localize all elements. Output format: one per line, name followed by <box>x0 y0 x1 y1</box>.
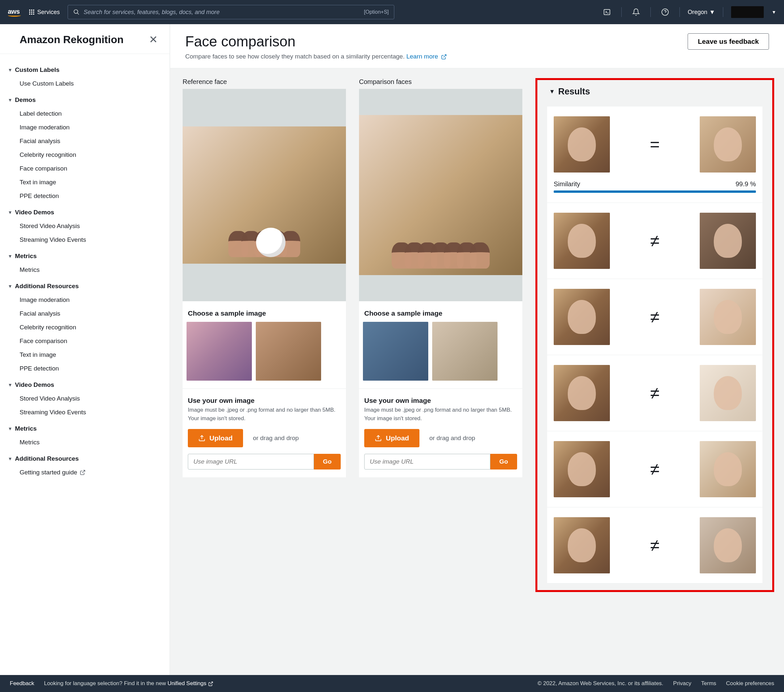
caret-down-icon: ▼ <box>8 210 12 215</box>
go-button[interactable]: Go <box>314 454 341 470</box>
image-url-input[interactable] <box>188 454 314 470</box>
sidebar-item-metrics[interactable]: Metrics <box>0 263 170 277</box>
comparison-faces-column: Comparison faces Choose a sample image U… <box>359 78 522 477</box>
not-equals-icon: ≠ <box>650 383 660 403</box>
search-icon <box>73 9 80 15</box>
upload-icon <box>375 435 382 442</box>
footer-terms-link[interactable]: Terms <box>701 680 716 687</box>
result-row: ≠ <box>547 203 763 279</box>
reference-image <box>183 127 346 264</box>
footer-privacy-link[interactable]: Privacy <box>673 680 692 687</box>
result-reference-thumb <box>554 365 610 421</box>
sidebar-section-additional-resources[interactable]: ▼Additional Resources <box>0 277 170 293</box>
search-shortcut: [Option+S] <box>364 9 389 15</box>
learn-more-link[interactable]: Learn more <box>406 53 447 60</box>
upload-button[interactable]: Upload <box>188 429 243 447</box>
sidebar-item-ppe-detection[interactable]: PPE detection <box>0 189 170 203</box>
result-row: ≠ <box>547 279 763 355</box>
sample-thumb[interactable] <box>256 322 321 381</box>
comparison-image-frame <box>359 89 522 301</box>
sidebar-item-use-custom-labels[interactable]: Use Custom Labels <box>0 77 170 91</box>
result-reference-thumb <box>554 517 610 573</box>
svg-point-0 <box>74 10 78 14</box>
main-content: Face comparison Compare faces to see how… <box>170 24 784 675</box>
similarity-label: Similarity <box>554 180 580 188</box>
caret-down-icon: ▼ <box>8 254 12 259</box>
sidebar-item-celebrity-recognition[interactable]: Celebrity recognition <box>0 321 170 334</box>
sidebar-item-ppe-detection[interactable]: PPE detection <box>0 362 170 376</box>
region-selector[interactable]: Oregon ▼ <box>688 9 715 16</box>
cloudshell-icon[interactable] <box>600 5 613 19</box>
close-icon[interactable]: ✕ <box>149 33 158 46</box>
result-reference-thumb <box>554 441 610 497</box>
result-comparison-thumb <box>700 213 756 269</box>
not-equals-icon: ≠ <box>650 231 660 250</box>
footer-cookie-link[interactable]: Cookie preferences <box>726 680 774 687</box>
search-input[interactable] <box>84 9 360 16</box>
svg-line-1 <box>77 13 79 15</box>
sidebar-title: Amazon Rekognition <box>20 34 124 46</box>
aws-logo[interactable]: aws <box>8 8 21 16</box>
results-header[interactable]: ▼ Results <box>547 87 763 97</box>
sidebar-item-celebrity-recognition[interactable]: Celebrity recognition <box>0 148 170 162</box>
reference-face-column: Reference face Choose a sample image Us <box>183 78 346 477</box>
footer: Feedback Looking for language selection?… <box>0 675 784 692</box>
sidebar-item-facial-analysis[interactable]: Facial analysis <box>0 134 170 148</box>
sample-thumb[interactable] <box>186 322 252 381</box>
result-reference-thumb <box>554 213 610 269</box>
caret-down-icon: ▼ <box>8 67 12 72</box>
result-comparison-thumb <box>700 365 756 421</box>
sidebar-item-text-in-image[interactable]: Text in image <box>0 175 170 189</box>
unified-settings-link[interactable]: Unified Settings <box>168 680 213 687</box>
sidebar-section-metrics[interactable]: ▼Metrics <box>0 419 170 435</box>
own-image-note: Image must be .jpeg or .png format and n… <box>364 406 517 422</box>
sidebar-item-stored-video-analysis[interactable]: Stored Video Analysis <box>0 392 170 405</box>
footer-feedback-link[interactable]: Feedback <box>10 680 34 687</box>
sidebar-section-metrics[interactable]: ▼Metrics <box>0 247 170 263</box>
not-equals-icon: ≠ <box>650 307 660 327</box>
chevron-down-icon: ▼ <box>772 10 776 15</box>
caret-down-icon: ▼ <box>8 456 12 461</box>
caret-down-icon: ▼ <box>8 283 12 289</box>
caret-down-icon: ▼ <box>8 97 12 102</box>
upload-button[interactable]: Upload <box>364 429 420 447</box>
help-icon[interactable] <box>659 5 672 19</box>
account-menu[interactable] <box>731 6 764 18</box>
choose-sample-label: Choose a sample image <box>363 310 519 317</box>
notifications-icon[interactable] <box>629 5 642 19</box>
result-reference-thumb <box>554 116 610 173</box>
sidebar-item-streaming-video-events[interactable]: Streaming Video Events <box>0 405 170 419</box>
sidebar-section-custom-labels[interactable]: ▼Custom Labels <box>0 61 170 77</box>
sidebar-item-metrics[interactable]: Metrics <box>0 435 170 449</box>
image-url-input[interactable] <box>364 454 490 470</box>
external-link-icon <box>441 54 447 60</box>
sidebar-section-video-demos[interactable]: ▼Video Demos <box>0 203 170 219</box>
services-menu[interactable]: Services <box>29 9 60 16</box>
sidebar-item-image-moderation[interactable]: Image moderation <box>0 120 170 134</box>
sidebar-item-label-detection[interactable]: Label detection <box>0 107 170 120</box>
result-reference-thumb <box>554 289 610 345</box>
caret-down-icon: ▼ <box>8 426 12 431</box>
sample-thumb[interactable] <box>363 322 428 381</box>
sidebar-item-stored-video-analysis[interactable]: Stored Video Analysis <box>0 219 170 233</box>
comparison-label: Comparison faces <box>359 78 522 86</box>
sidebar-item-face-comparison[interactable]: Face comparison <box>0 162 170 175</box>
sidebar-section-video-demos[interactable]: ▼Video Demos <box>0 376 170 392</box>
search-bar[interactable]: [Option+S] <box>68 5 394 19</box>
result-row: ≠ <box>547 431 763 507</box>
sidebar-item-getting-started-guide[interactable]: Getting started guide <box>0 466 170 479</box>
leave-feedback-button[interactable]: Leave us feedback <box>688 33 769 49</box>
go-button[interactable]: Go <box>490 454 517 470</box>
sidebar-item-face-comparison[interactable]: Face comparison <box>0 334 170 348</box>
sidebar-section-additional-resources[interactable]: ▼Additional Resources <box>0 449 170 466</box>
sidebar-item-image-moderation[interactable]: Image moderation <box>0 293 170 307</box>
sidebar-item-streaming-video-events[interactable]: Streaming Video Events <box>0 233 170 247</box>
footer-copyright: © 2022, Amazon Web Services, Inc. or its… <box>537 680 663 687</box>
sidebar-item-text-in-image[interactable]: Text in image <box>0 348 170 362</box>
sidebar-section-demos[interactable]: ▼Demos <box>0 91 170 107</box>
choose-sample-label: Choose a sample image <box>186 310 342 317</box>
sidebar-item-facial-analysis[interactable]: Facial analysis <box>0 307 170 321</box>
sample-thumb[interactable] <box>432 322 497 381</box>
own-image-title: Use your own image <box>364 397 517 404</box>
own-image-title: Use your own image <box>188 397 341 404</box>
